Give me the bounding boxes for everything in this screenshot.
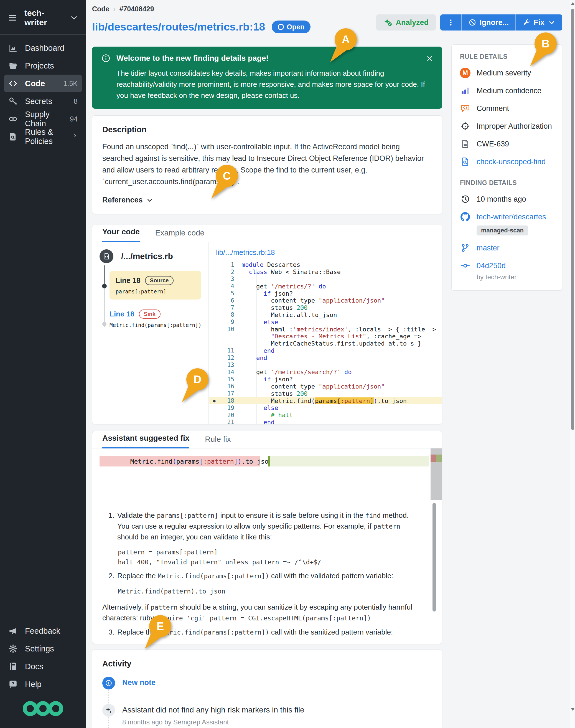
detail-row-check-unscoped-find[interactable]: check-unscoped-find xyxy=(460,157,554,167)
activity-item: Assistant did not find any high risk mar… xyxy=(102,704,432,726)
line-number: 9 xyxy=(220,319,234,325)
tab-example-code[interactable]: Example code xyxy=(155,229,204,242)
detail-row-medium-severity: MMedium severity xyxy=(460,68,554,78)
detail-label: 10 months ago xyxy=(477,195,526,204)
description-card: Description Found an unscoped `find(...)… xyxy=(92,115,442,214)
page-title[interactable]: lib/descartes/routes/metrics.rb:18 xyxy=(92,21,265,33)
code-line: 21 end xyxy=(209,419,442,424)
page-scrollbar[interactable] xyxy=(570,0,575,728)
line-number: 10 xyxy=(220,326,234,333)
svg-text:C: C xyxy=(223,170,231,182)
detail-label[interactable]: master xyxy=(477,244,500,252)
new-note-link[interactable]: New note xyxy=(122,679,156,687)
diff-minimap-scrollbar[interactable] xyxy=(431,449,442,500)
breadcrumb-section[interactable]: Code xyxy=(92,5,109,13)
plus-icon[interactable] xyxy=(102,677,115,690)
detail-label[interactable]: tech-writer/descartes xyxy=(477,213,546,221)
fix-button[interactable]: Fix xyxy=(515,14,562,31)
trace-source-item[interactable]: Line 18 Source params[:pattern] xyxy=(109,271,201,300)
projects-icon xyxy=(8,61,18,70)
assistant-sparkle-icon xyxy=(102,704,115,717)
sidebar-item-feedback[interactable]: Feedback xyxy=(4,622,82,640)
detail-label[interactable]: 04d250d xyxy=(477,262,506,270)
confidence-bars-icon xyxy=(460,86,471,96)
line-number: 12 xyxy=(220,355,234,361)
settings-icon xyxy=(8,644,18,653)
fix-code-snippet: Metric.find(pattern).to_json xyxy=(118,586,422,596)
code-line: 2 class Web < Sinatra::Base xyxy=(209,268,442,276)
sidebar-item-help[interactable]: ?Help xyxy=(4,675,82,693)
commit-icon xyxy=(460,260,471,271)
line-number: 13 xyxy=(220,362,234,368)
code-line: 7 status 200 xyxy=(209,304,442,311)
docs-icon xyxy=(8,662,18,671)
finding-details-header: FINDING DETAILS xyxy=(460,179,554,187)
line-number: 3 xyxy=(220,276,234,282)
trace-sink-item[interactable]: Line 18 Sink Metric.find(params[:pattern… xyxy=(109,309,202,328)
hamburger-menu-icon[interactable] xyxy=(8,13,17,23)
sidebar-item-settings[interactable]: Settings xyxy=(4,640,82,658)
detail-label: CWE-639 xyxy=(477,140,509,148)
sidebar-item-docs[interactable]: Docs xyxy=(4,658,82,675)
annotation-marker-c: C xyxy=(210,164,240,200)
code-line: 5 if json? xyxy=(209,290,442,297)
detail-label: Improper Authorization xyxy=(477,122,552,131)
minimap-added-marker xyxy=(436,455,442,462)
diff-added-pane xyxy=(260,449,442,500)
detail-row-comment: Comment xyxy=(460,103,554,114)
annotation-marker-e: E xyxy=(143,615,174,651)
workspace-switcher[interactable]: tech-writer xyxy=(0,0,86,34)
svg-text:A: A xyxy=(342,33,350,45)
ignore-button[interactable]: Ignore... xyxy=(461,14,515,31)
sidebar-item-code[interactable]: Code1.5K xyxy=(4,75,82,92)
scrollbar-up-arrow-icon[interactable] xyxy=(571,2,575,5)
tab-your-code[interactable]: Your code xyxy=(102,227,140,242)
code-line: 16 content_type "application/json" xyxy=(209,383,442,390)
line-number: 16 xyxy=(220,383,234,390)
detail-row-04d250d[interactable]: 04d250d xyxy=(460,260,554,271)
sidebar-item-supply-chain[interactable]: Supply Chain94 xyxy=(4,110,82,128)
sidebar-item-label: Projects xyxy=(25,61,54,70)
code-line: 20 # halt xyxy=(209,411,442,419)
rule-details-panel: RULE DETAILS MMedium severityMedium conf… xyxy=(451,44,562,291)
tab-rule-fix[interactable]: Rule fix xyxy=(205,435,231,448)
detail-row-tech-writer-descartes[interactable]: tech-writer/descartes xyxy=(460,211,554,222)
more-actions-button[interactable] xyxy=(440,14,461,31)
line-number: 4 xyxy=(220,283,234,290)
annotation-marker-b: B xyxy=(529,32,559,68)
diff-removed-pane: Metric.find(params[:pattern]).to_json xyxy=(92,449,260,500)
sidebar-item-label: Settings xyxy=(25,644,54,653)
sidebar-item-projects[interactable]: Projects xyxy=(4,57,82,75)
fix-diff: Metric.find(params[:pattern]).to_json xyxy=(92,449,442,500)
scrollbar-down-arrow-icon[interactable] xyxy=(571,708,575,711)
sidebar-item-label: Rules & Policies xyxy=(25,128,65,146)
close-icon[interactable] xyxy=(426,54,434,63)
tab-assistant-fix[interactable]: Assistant suggested fix xyxy=(102,434,189,449)
comment-icon xyxy=(460,103,471,114)
references-toggle[interactable]: References xyxy=(102,196,432,204)
commit-author: by tech-writer xyxy=(477,273,554,281)
line-number: 18 xyxy=(220,397,234,404)
fix-step: 2.Replace the Metric.find(params[:patter… xyxy=(102,570,422,581)
analyzed-button[interactable]: Analyzed xyxy=(376,14,436,31)
breadcrumb-separator-icon: › xyxy=(113,5,115,13)
detail-label[interactable]: check-unscoped-find xyxy=(477,158,546,166)
fix-step: 1.Validate the params[:pattern] input to… xyxy=(102,510,422,542)
severity-medium-icon: M xyxy=(460,68,471,78)
sidebar-footer-nav: FeedbackSettingsDocs?Help xyxy=(0,618,86,693)
activity-text: Assistant did not find any high risk mar… xyxy=(122,705,304,715)
trace-connector xyxy=(104,286,105,327)
file-link[interactable]: lib/.../metrics.rb:18 xyxy=(216,248,275,257)
sidebar-item-secrets[interactable]: Secrets8 xyxy=(4,92,82,110)
fix-panel-scrollbar-thumb[interactable] xyxy=(433,503,436,611)
sidebar-item-rules-policies[interactable]: Rules & Policies xyxy=(4,128,82,145)
code-line: 10 haml :'metrics/index', :locals => { :… xyxy=(209,326,442,333)
sidebar-item-dashboard[interactable]: Dashboard xyxy=(4,39,82,57)
chevron-down-icon[interactable] xyxy=(70,13,78,22)
diff-added-line xyxy=(268,456,429,466)
detail-row-master[interactable]: master xyxy=(460,243,554,253)
line-number: 5 xyxy=(220,290,234,297)
scrollbar-thumb[interactable] xyxy=(571,9,574,430)
activity-item[interactable]: New note xyxy=(102,677,432,690)
svg-text:?: ? xyxy=(12,682,14,686)
